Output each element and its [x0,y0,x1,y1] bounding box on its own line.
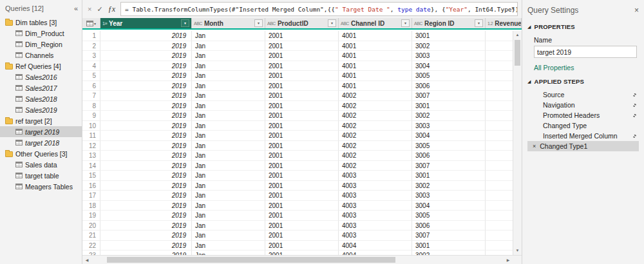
cell-year[interactable]: 2019 [100,191,192,201]
cell-region-id[interactable]: 3001 [412,241,486,251]
cell-region-id[interactable]: 3001 [412,31,486,41]
filter-icon[interactable]: ▾ [181,19,189,27]
cell-region-id[interactable]: 3007 [412,91,486,101]
cell-month[interactable]: Jan [192,250,265,255]
cell-month[interactable]: Jan [192,61,265,71]
scroll-down-icon[interactable]: ▼ [513,247,522,255]
cell-channel-id[interactable]: 4001 [339,61,412,71]
cell-year[interactable]: 2019 [100,41,192,52]
cell-year[interactable]: 2019 [100,250,192,255]
cell-product-id[interactable]: 2001 [265,81,339,91]
query-item-sales2019[interactable]: Sales2019 [0,104,82,115]
scroll-up-icon[interactable]: ▲ [513,31,522,39]
cell-product-id[interactable]: 2001 [265,201,339,211]
cell-product-id[interactable]: 2001 [265,151,339,161]
cell-month[interactable]: Jan [192,51,265,61]
cell-channel-id[interactable]: 4001 [339,81,412,91]
cell-region-id[interactable]: 3001 [412,101,486,111]
cell-year[interactable]: 2019 [100,221,192,231]
cell-region-id[interactable]: 3003 [412,121,486,131]
cell-month[interactable]: Jan [192,151,265,161]
cell-product-id[interactable]: 2001 [265,131,339,141]
cell-product-id[interactable]: 2001 [265,241,339,251]
vertical-scrollbar-thumb[interactable] [515,40,520,66]
cell-year[interactable]: 2019 [100,231,192,241]
cell-month[interactable]: Jan [192,111,265,121]
cell-region-id[interactable]: 3002 [412,250,486,255]
query-item-target-table[interactable]: target table [0,170,82,181]
cell-channel-id[interactable]: 4002 [339,121,412,131]
cell-channel-id[interactable]: 4003 [339,221,412,231]
query-item-target-2018[interactable]: target 2018 [0,137,82,148]
cell-channel-id[interactable]: 4003 [339,181,412,191]
cell-channel-id[interactable]: 4003 [339,191,412,201]
filter-icon[interactable]: ▾ [475,19,483,27]
cell-product-id[interactable]: 2001 [265,111,339,121]
query-item-sales2018[interactable]: Sales2018 [0,93,82,104]
cell-month[interactable]: Jan [192,181,265,191]
cell-channel-id[interactable]: 4001 [339,51,412,61]
filter-icon[interactable]: ▾ [254,19,263,27]
query-group-ref-target-2-[interactable]: ref target [2] [0,115,82,126]
check-icon[interactable]: ✓ [97,5,102,14]
query-item-meagers-tables[interactable]: Meagers Tables [0,181,82,192]
cell-region-id[interactable]: 3006 [412,81,486,91]
cell-year[interactable]: 2019 [100,71,192,81]
cell-region-id[interactable]: 3002 [412,181,486,191]
query-item-sales2016[interactable]: Sales2016 [0,71,82,82]
cell-product-id[interactable]: 2001 [265,191,339,201]
cell-product-id[interactable]: 2001 [265,211,339,221]
cell-region-id[interactable]: 3004 [412,61,486,71]
cell-region-id[interactable]: 3005 [412,211,486,221]
query-group-dim-tables-3-[interactable]: Dim tables [3] [0,17,82,28]
cell-region-id[interactable]: 3007 [412,161,486,171]
applied-step-changed-type1[interactable]: ×Changed Type1 [527,141,639,151]
cell-channel-id[interactable]: 4002 [339,151,412,161]
filter-icon[interactable]: ▾ [401,19,410,27]
vertical-scrollbar[interactable]: ▲ ▼ [513,31,522,255]
scroll-right-icon[interactable]: ▶ [504,258,513,262]
cell-month[interactable]: Jan [192,31,265,41]
query-group-other-queries-3-[interactable]: Other Queries [3] [0,148,82,159]
query-name-input[interactable] [534,46,637,58]
cell-region-id[interactable]: 3004 [412,201,486,211]
formula-expand-icon[interactable]: ▾ [511,5,515,12]
cell-year[interactable]: 2019 [100,241,192,251]
applied-steps-section-header[interactable]: ◢ APPLIED STEPS [527,78,639,85]
query-item-sales-data[interactable]: Sales data [0,159,82,170]
column-header-region-id[interactable]: ABCRegion ID▾ [412,18,486,28]
cell-region-id[interactable]: 3005 [412,141,486,151]
cell-month[interactable]: Jan [192,131,265,141]
close-icon[interactable]: × [634,6,639,15]
filter-icon[interactable]: ▾ [328,19,336,27]
cell-year[interactable]: 2019 [100,161,192,171]
cell-product-id[interactable]: 2001 [265,101,339,111]
cell-month[interactable]: Jan [192,81,265,91]
cell-region-id[interactable]: 3002 [412,111,486,121]
cell-year[interactable]: 2019 [100,51,192,61]
cell-product-id[interactable]: 2001 [265,41,339,52]
cell-product-id[interactable]: 2001 [265,171,339,181]
cell-year[interactable]: 2019 [100,121,192,131]
cell-channel-id[interactable]: 4002 [339,101,412,111]
cell-region-id[interactable]: 3003 [412,191,486,201]
cell-region-id[interactable]: 3003 [412,51,486,61]
cell-product-id[interactable]: 2001 [265,51,339,61]
cell-month[interactable]: Jan [192,191,265,201]
cell-region-id[interactable]: 3002 [412,41,486,52]
cell-product-id[interactable]: 2001 [265,31,339,41]
cell-year[interactable]: 2019 [100,131,192,141]
cell-year[interactable]: 2019 [100,211,192,221]
cell-year[interactable]: 2019 [100,61,192,71]
cell-month[interactable]: Jan [192,71,265,81]
cell-region-id[interactable]: 3006 [412,221,486,231]
cell-year[interactable]: 2019 [100,181,192,191]
cell-year[interactable]: 2019 [100,141,192,151]
cell-product-id[interactable]: 2001 [265,91,339,101]
gear-icon[interactable] [633,114,636,117]
horizontal-scrollbar-track[interactable] [91,256,504,264]
cell-product-id[interactable]: 2001 [265,61,339,71]
cell-channel-id[interactable]: 4003 [339,201,412,211]
select-all-corner[interactable]: ▾ [82,18,100,28]
cell-channel-id[interactable]: 4003 [339,211,412,221]
